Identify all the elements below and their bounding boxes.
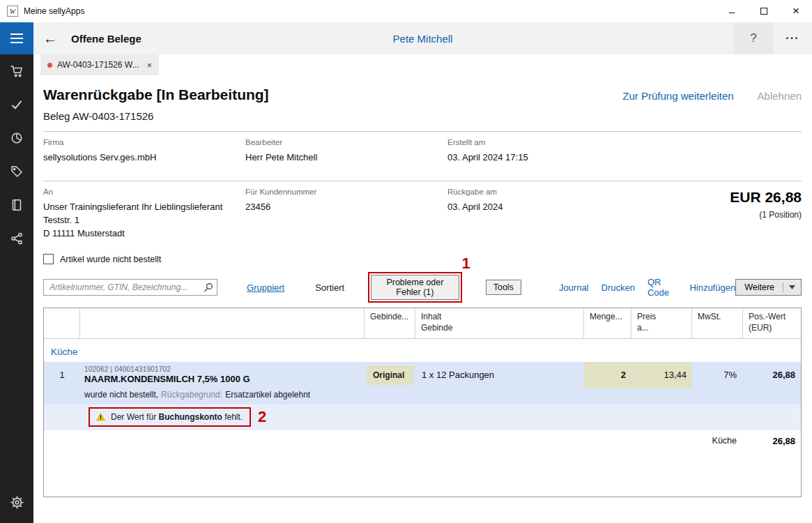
original-badge[interactable]: Original bbox=[367, 365, 413, 385]
tab-close-icon[interactable]: × bbox=[144, 60, 152, 70]
hinzufuegen-link[interactable]: Hinzufügen bbox=[689, 282, 735, 293]
minimize-button[interactable]: – bbox=[716, 0, 748, 22]
col-menge: Menge... bbox=[584, 308, 631, 338]
sidebar-item-settings[interactable] bbox=[0, 485, 33, 519]
firma-label: Firma bbox=[43, 138, 245, 146]
warning-icon bbox=[95, 412, 106, 421]
sidebar-item-statistics[interactable] bbox=[0, 121, 33, 155]
note-part-1: wurde nicht bestellt, bbox=[84, 390, 158, 400]
an-line1: Unser Trainingslieferant Ihr Lieblingsli… bbox=[43, 201, 245, 214]
table-row[interactable]: 1 102062 | 04001431901702 NAARM.KONDENSM… bbox=[44, 362, 801, 388]
col-inhalt: Inhalt Gebinde bbox=[415, 308, 584, 338]
tools-button[interactable]: Tools bbox=[486, 280, 521, 295]
col-mwst: MwSt. bbox=[692, 308, 743, 338]
journal-link[interactable]: Journal bbox=[559, 282, 589, 293]
document-title: Warenrückgabe [In Bearbeitung] bbox=[43, 86, 269, 103]
menge-cell[interactable]: 2 bbox=[584, 362, 631, 388]
sidebar-item-tasks[interactable] bbox=[0, 88, 33, 121]
weitere-dropdown[interactable]: Weitere bbox=[735, 279, 802, 296]
tab-document[interactable]: AW-0403-171526 W... × bbox=[40, 54, 159, 75]
tag-icon bbox=[10, 165, 24, 179]
sidebar-item-labels[interactable] bbox=[0, 155, 33, 188]
col-poswert: Pos.-Wert (EUR) bbox=[743, 308, 801, 338]
annotation-box-1: Probleme oder Fehler (1) 1 bbox=[368, 272, 462, 303]
annotation-box-2: Der Wert für Buchungskonto fehlt. 2 bbox=[89, 407, 251, 427]
sidebar-item-share[interactable] bbox=[0, 222, 33, 255]
col-preis-line2: a... bbox=[637, 323, 686, 334]
summary-value: 26,88 bbox=[743, 436, 801, 446]
not-ordered-checkbox[interactable] bbox=[43, 254, 54, 264]
bearbeiter-label: Bearbeiter bbox=[245, 138, 447, 146]
firma-value: sellysolutions Serv.ges.mbH bbox=[43, 151, 245, 165]
position-count: (1 Position) bbox=[650, 210, 802, 220]
sidebar-item-journal[interactable] bbox=[0, 188, 33, 222]
positions-table: Gebinde... Inhalt Gebinde Menge... Preis… bbox=[43, 308, 802, 497]
rueckgabe-am-label: Rückgabe am bbox=[447, 188, 650, 196]
content-area: Warenrückgabe [In Bearbeitung] Zur Prüfu… bbox=[33, 75, 812, 523]
col-preis: Preis a... bbox=[631, 308, 692, 338]
group-summary-row: Küche 26,88 bbox=[44, 430, 801, 450]
close-button[interactable]: × bbox=[780, 0, 812, 22]
forward-review-button[interactable]: Zur Prüfung weiterleiten bbox=[622, 90, 733, 102]
header-actions: ? ··· bbox=[734, 22, 812, 54]
back-button[interactable]: ← bbox=[33, 31, 67, 47]
warning-message: Der Wert für Buchungskonto fehlt. bbox=[91, 410, 248, 424]
rueckgabe-am-value: 03. April 2024 bbox=[447, 201, 650, 214]
kundennummer-value: 23456 bbox=[245, 201, 447, 214]
col-gebinde: Gebinde... bbox=[365, 308, 415, 338]
app-header: ← Offene Belege Pete Mitchell ? ··· bbox=[33, 22, 812, 54]
article-code: 102062 | 04001431901702 bbox=[84, 365, 171, 373]
sortiert-toggle[interactable]: Sortiert bbox=[315, 282, 344, 293]
maximize-icon bbox=[760, 8, 767, 15]
meta-row-2: An Unser Trainingslieferant Ihr Liebling… bbox=[43, 181, 802, 248]
annotation-number-2: 2 bbox=[258, 408, 266, 426]
app-window: W Meine sellyApps – × bbox=[0, 0, 812, 523]
col-inhalt-line1: Inhalt bbox=[421, 312, 578, 323]
col-article bbox=[80, 308, 365, 338]
menu-button[interactable] bbox=[0, 22, 33, 54]
an-line2: Teststr. 1 bbox=[43, 214, 245, 227]
search-icon[interactable] bbox=[204, 282, 213, 292]
row-note: wurde nicht bestellt,Rückgabegrund:Ersat… bbox=[44, 388, 801, 404]
col-preis-line1: Preis bbox=[637, 312, 686, 323]
weitere-label: Weitere bbox=[736, 280, 783, 295]
gear-icon bbox=[10, 495, 24, 510]
col-inhalt-line2: Gebinde bbox=[421, 323, 578, 334]
help-button[interactable]: ? bbox=[734, 22, 773, 54]
checkmark-icon bbox=[10, 98, 24, 112]
article-cell: 102062 | 04001431901702 NAARM.KONDENSMIL… bbox=[80, 362, 365, 388]
sidebar-item-cart[interactable] bbox=[0, 54, 33, 88]
total-amount: EUR 26,88 bbox=[650, 189, 802, 206]
qr-code-link[interactable]: QR Code bbox=[648, 277, 677, 298]
user-name[interactable]: Pete Mitchell bbox=[393, 33, 453, 45]
preis-cell[interactable]: 13,44 bbox=[631, 362, 692, 388]
reject-button[interactable]: Ablehnen bbox=[758, 90, 802, 102]
more-options-button[interactable]: ··· bbox=[773, 22, 812, 54]
warning-part-3: fehlt. bbox=[224, 412, 243, 422]
row-position: 1 bbox=[44, 362, 80, 388]
note-text: wurde nicht bestellt,Rückgabegrund:Ersat… bbox=[80, 388, 801, 404]
mwst-cell: 7% bbox=[692, 362, 743, 388]
drucken-link[interactable]: Drucken bbox=[602, 282, 635, 293]
kundennummer-label: Für Kundennummer bbox=[245, 188, 447, 196]
article-toolbar: Gruppiert Sortiert Probleme oder Fehler … bbox=[43, 277, 802, 298]
article-search-input[interactable] bbox=[43, 279, 217, 296]
group-label: Küche bbox=[51, 347, 77, 357]
window-controls: – × bbox=[716, 0, 812, 22]
share-icon bbox=[10, 232, 24, 245]
erstellt-am-label: Erstellt am bbox=[447, 138, 650, 146]
unsaved-dot-icon bbox=[47, 63, 52, 68]
note-part-2: Rückgabegrund: bbox=[161, 390, 222, 400]
annotation-number-1: 1 bbox=[461, 255, 470, 273]
probleme-fehler-button[interactable]: Probleme oder Fehler (1) bbox=[371, 275, 459, 300]
an-label: An bbox=[43, 188, 245, 196]
warning-part-1: Der Wert für bbox=[111, 412, 156, 422]
article-name: NAARM.KONDENSMILCH 7,5% 1000 G bbox=[84, 374, 250, 384]
warning-part-2: Buchungskonto bbox=[158, 412, 222, 422]
erstellt-am-value: 03. April 2024 17:15 bbox=[447, 151, 650, 165]
maximize-button[interactable] bbox=[748, 0, 780, 22]
not-ordered-label: Artikel wurde nicht bestellt bbox=[60, 255, 161, 264]
an-line3: D 11111 Musterstadt bbox=[43, 227, 245, 241]
titlebar-left: W Meine sellyApps bbox=[0, 6, 84, 17]
gruppiert-toggle[interactable]: Gruppiert bbox=[247, 282, 284, 293]
